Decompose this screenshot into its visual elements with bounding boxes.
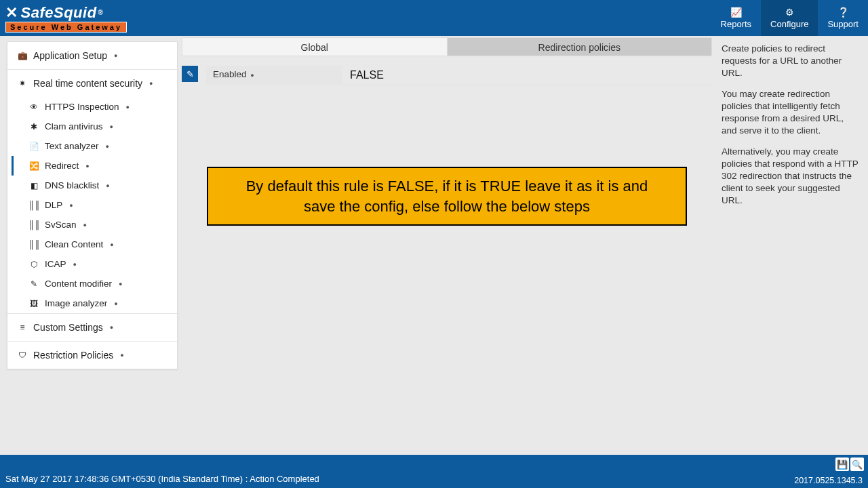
info-icon: ●: [110, 324, 113, 331]
search-button[interactable]: 🔍: [850, 458, 864, 471]
info-icon: ●: [106, 182, 109, 189]
sidebar-item-label: HTTPS Inspection: [45, 102, 119, 112]
sidebar-item-clam[interactable]: ✱Clam antivirus●: [12, 117, 177, 136]
tab-label: Global: [301, 42, 328, 53]
instruction-callout: By default this rule is FALSE, if it is …: [207, 167, 687, 226]
sidebar-item-label: Image analyzer: [45, 298, 107, 308]
logo-subtitle: Secure Web Gateway: [5, 22, 127, 33]
sidebar-item-label: Text analyzer: [45, 141, 99, 151]
edit-button[interactable]: ✎: [182, 66, 198, 82]
menu-support-label: Support: [827, 19, 859, 29]
dashboard-icon: ◧: [28, 181, 39, 190]
tab-redirection-policies[interactable]: Redirection policies: [448, 37, 713, 56]
enabled-label: Enabled ●: [206, 66, 342, 85]
sidebar-item-label: Redirect: [45, 161, 79, 171]
footer: 💾 🔍 Sat May 27 2017 17:48:36 GMT+0530 (I…: [0, 455, 868, 488]
sidebar-item-label: Content modifier: [45, 279, 112, 289]
shield-icon: 🛡: [17, 350, 28, 360]
help-paragraph: You may create redirection policies that…: [722, 88, 860, 138]
image-icon: 🖼: [28, 299, 39, 308]
info-icon: ●: [110, 123, 113, 130]
tab-global[interactable]: Global: [182, 37, 448, 56]
sidebar-item-dns[interactable]: ◧DNS blacklist●: [12, 176, 177, 195]
sidebar-rtcs[interactable]: ✷ Real time content security ●: [7, 70, 177, 97]
info-icon: ●: [85, 163, 89, 169]
sidebar-item-label: ICAP: [45, 259, 66, 269]
sidebar-item-text[interactable]: 📄Text analyzer●: [12, 136, 177, 156]
sidebar-item-redirect[interactable]: 🔀Redirect●: [12, 156, 177, 176]
info-icon: ●: [114, 300, 117, 307]
sidebar-item-svscan[interactable]: ║║SvScan●: [12, 215, 177, 235]
sidebar-item-icap[interactable]: ⬡ICAP●: [12, 254, 177, 274]
sidebar-item-dlp[interactable]: ║║DLP●: [12, 195, 177, 215]
help-paragraph: Create policies to redirect requests for…: [722, 43, 860, 80]
shuffle-icon: 🔀: [28, 161, 39, 171]
info-icon: ●: [114, 52, 117, 59]
sparkle-icon: ✷: [17, 79, 28, 88]
barcode-icon: ║║: [28, 201, 39, 210]
help-paragraph: Alternatively, you may create policies t…: [722, 146, 860, 207]
sidebar-restriction[interactable]: 🛡 Restriction Policies ●: [7, 342, 177, 369]
sidebar-item-label: Clean Content: [45, 239, 103, 249]
save-button[interactable]: 💾: [835, 458, 849, 471]
logo-reg: ®: [98, 9, 104, 16]
configure-icon: ⚙: [785, 7, 794, 18]
save-icon: 💾: [837, 460, 848, 470]
info-icon: ●: [119, 281, 122, 287]
sidebar-custom[interactable]: ≡ Custom Settings ●: [7, 314, 177, 341]
briefcase-icon: 💼: [17, 51, 28, 60]
sidebar-item-clean[interactable]: ║║Clean Content●: [12, 235, 177, 254]
info-icon: ●: [106, 143, 109, 150]
sidebar-custom-label: Custom Settings: [33, 322, 103, 333]
top-menu: 📈 Reports ⚙ Configure ❔ Support: [711, 0, 868, 36]
logo: ✕ SafeSquid ® Secure Web Gateway: [5, 4, 127, 33]
sidebar-app-setup-label: Application Setup: [33, 50, 107, 61]
sidebar-restriction-label: Restriction Policies: [33, 350, 113, 361]
menu-reports-label: Reports: [721, 19, 752, 29]
sidebar-item-label: SvScan: [45, 220, 77, 230]
sidebar-item-https[interactable]: 👁HTTPS Inspection●: [12, 97, 177, 117]
top-header: ✕ SafeSquid ® Secure Web Gateway 📈 Repor…: [0, 0, 868, 36]
sidebar-app-setup[interactable]: 💼 Application Setup ●: [7, 42, 177, 69]
enabled-row: ✎ Enabled ● FALSE: [182, 66, 712, 85]
reports-icon: 📈: [730, 7, 742, 18]
wrench-icon: ✕: [5, 4, 18, 22]
tabs: Global Redirection policies: [182, 37, 712, 56]
barcode-icon: ║║: [28, 220, 39, 230]
field-label-text: Enabled: [213, 69, 247, 79]
sidebar: 💼 Application Setup ● ✷ Real time conten…: [0, 36, 178, 455]
info-icon: ●: [69, 202, 73, 209]
file-icon: 📄: [28, 142, 39, 151]
sidebar-item-image[interactable]: 🖼Image analyzer●: [12, 293, 177, 313]
logo-text: SafeSquid: [21, 4, 97, 22]
asterisk-icon: ✱: [28, 122, 39, 131]
menu-configure[interactable]: ⚙ Configure: [761, 0, 818, 36]
info-icon: ●: [83, 222, 87, 228]
sidebar-item-label: DNS blacklist: [45, 180, 99, 190]
help-panel: Create policies to redirect requests for…: [719, 36, 868, 455]
support-icon: ❔: [837, 7, 849, 18]
sidebar-rtcs-label: Real time content security: [33, 78, 142, 89]
enabled-value: FALSE: [342, 66, 712, 85]
eye-icon: 👁: [28, 102, 39, 112]
status-text: Sat May 27 2017 17:48:36 GMT+0530 (India…: [5, 474, 319, 484]
search-icon: 🔍: [852, 460, 863, 470]
info-icon: ●: [110, 241, 113, 248]
info-icon: ●: [250, 72, 254, 79]
menu-reports[interactable]: 📈 Reports: [711, 0, 762, 36]
barcode-icon: ║║: [28, 240, 39, 249]
info-icon: ●: [120, 352, 123, 359]
info-icon: ●: [126, 104, 130, 110]
sidebar-item-label: Clam antivirus: [45, 121, 103, 131]
hexagon-icon: ⬡: [28, 260, 39, 269]
info-icon: ●: [149, 80, 153, 87]
edit-icon: ✎: [28, 279, 39, 289]
version-text: 2017.0525.1345.3: [794, 476, 863, 485]
sidebar-item-label: DLP: [45, 200, 62, 210]
sliders-icon: ≡: [17, 323, 28, 332]
info-icon: ●: [73, 261, 77, 268]
sidebar-item-contentmod[interactable]: ✎Content modifier●: [12, 274, 177, 293]
pencil-icon: ✎: [186, 69, 194, 79]
menu-support[interactable]: ❔ Support: [818, 0, 868, 36]
menu-configure-label: Configure: [770, 19, 808, 29]
